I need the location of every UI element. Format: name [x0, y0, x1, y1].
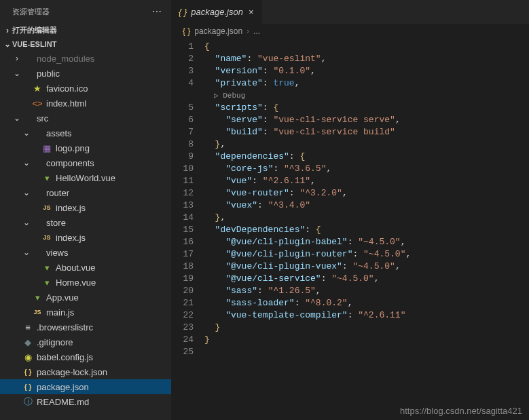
tree-item-favicon-ico[interactable]: ★favicon.ico — [0, 81, 171, 96]
vue-icon: ▾ — [31, 292, 43, 303]
code-line[interactable]: "vue-router": "^3.2.0", — [204, 187, 529, 199]
tree-item-assets[interactable]: ⌄assets — [0, 126, 171, 140]
chevron-down-icon: ⌄ — [22, 158, 31, 168]
line-number: 19 — [172, 273, 194, 285]
code-line[interactable]: } — [204, 322, 529, 334]
tree-item--browserslistrc[interactable]: ≡.browserslistrc — [0, 320, 171, 335]
tree-item-about-vue[interactable]: ▾About.vue — [0, 260, 171, 275]
html-icon: <> — [31, 98, 43, 109]
breadcrumb-file: package.json — [194, 26, 242, 36]
tree-item-label: babel.config.js — [37, 352, 93, 362]
codelens-debug[interactable]: ▷ Debug — [204, 90, 529, 102]
code-content[interactable]: { "name": "vue-eslint", "version": "0.1.… — [204, 39, 529, 420]
tree-item-store[interactable]: ⌄store — [0, 215, 171, 230]
tree-item-index-html[interactable]: <>index.html — [0, 96, 171, 111]
code-line[interactable]: "vue": "^2.6.11", — [204, 175, 529, 187]
code-line[interactable]: }, — [204, 212, 529, 224]
code-line[interactable]: "@vue/cli-plugin-babel": "~4.5.0", — [204, 236, 529, 248]
line-number: 12 — [172, 187, 194, 199]
code-line[interactable]: "build": "vue-cli-service build" — [204, 126, 529, 138]
tree-item-views[interactable]: ⌄views — [0, 245, 171, 260]
tree-item-app-vue[interactable]: ▾App.vue — [0, 290, 171, 305]
line-number: 24 — [172, 334, 194, 346]
line-number: 25 — [172, 346, 194, 358]
vue-icon: ▾ — [41, 173, 53, 183]
tree-item-readme-md[interactable]: ⓘREADME.md — [0, 394, 171, 409]
code-line[interactable] — [204, 346, 529, 358]
tree-item-label: index.js — [56, 233, 86, 243]
tree-item-public[interactable]: ⌄public — [0, 66, 171, 81]
code-line[interactable]: "dependencies": { — [204, 151, 529, 163]
chevron-down-icon: ⌄ — [12, 113, 22, 123]
code-line[interactable]: "devDependencies": { — [204, 224, 529, 236]
close-icon[interactable]: × — [247, 7, 255, 17]
code-line[interactable]: "@vue/cli-plugin-vuex": "~4.5.0", — [204, 261, 529, 273]
code-line[interactable]: "version": "0.1.0", — [204, 65, 529, 77]
list-icon: ≡ — [22, 322, 34, 332]
code-line[interactable]: "@vue/cli-service": "~4.5.0", — [204, 273, 529, 285]
code-line[interactable]: "vue-template-compiler": "^2.6.11" — [204, 309, 529, 322]
sidebar-more-icon[interactable]: ⋯ — [152, 6, 162, 17]
tree-item-index-js[interactable]: JSindex.js — [0, 230, 171, 245]
line-number: 20 — [172, 285, 194, 297]
star-icon: ★ — [31, 83, 43, 94]
explorer-sidebar: 资源管理器 ⋯ › 打开的编辑器 ⌄ VUE-ESLINT ›node_modu… — [0, 0, 172, 420]
tree-item-label: store — [46, 218, 66, 228]
tree-item-helloworld-vue[interactable]: ▾HelloWorld.vue — [0, 170, 171, 185]
open-editors-section[interactable]: › 打开的编辑器 — [0, 23, 171, 37]
tree-item-src[interactable]: ⌄src — [0, 111, 171, 126]
tree-item-home-vue[interactable]: ▾Home.vue — [0, 275, 171, 290]
watermark: https://blog.csdn.net/sagitta421 — [400, 406, 522, 416]
js-icon: JS — [41, 204, 53, 211]
line-number: 10 — [172, 163, 194, 175]
tree-item-label: public — [37, 69, 60, 79]
line-number: 3 — [172, 65, 194, 77]
code-line[interactable]: "name": "vue-eslint", — [204, 53, 529, 65]
open-editors-label: 打开的编辑器 — [12, 25, 57, 35]
code-line[interactable]: "serve": "vue-cli-service serve", — [204, 114, 529, 126]
breadcrumb[interactable]: { } package.json › ... — [172, 24, 529, 39]
tree-item-logo-png[interactable]: ▦logo.png — [0, 140, 171, 155]
code-line[interactable]: { — [204, 41, 529, 53]
tab-label: package.json — [191, 7, 243, 17]
line-number — [172, 90, 194, 102]
tree-item-node-modules[interactable]: ›node_modules — [0, 51, 171, 66]
code-line[interactable]: "core-js": "^3.6.5", — [204, 163, 529, 175]
code-line[interactable]: }, — [204, 138, 529, 151]
tree-item--gitignore[interactable]: ◆.gitignore — [0, 335, 171, 349]
vue-icon: ▾ — [41, 278, 53, 288]
line-gutter: 1234567891011121314151617181920212223242… — [172, 39, 204, 420]
code-line[interactable]: "private": true, — [204, 77, 529, 90]
code-line[interactable]: "vuex": "^3.4.0" — [204, 199, 529, 212]
code-line[interactable]: "scripts": { — [204, 102, 529, 114]
tab-package-json[interactable]: { } package.json × — [172, 0, 263, 24]
code-editor[interactable]: 1234567891011121314151617181920212223242… — [172, 39, 529, 420]
tree-item-label: index.js — [56, 203, 86, 213]
chevron-right-icon: › — [12, 54, 22, 63]
code-line[interactable]: "sass": "^1.26.5", — [204, 285, 529, 297]
tree-item-label: views — [46, 248, 69, 258]
vue-icon: ▾ — [41, 263, 53, 273]
tree-item-babel-config-js[interactable]: ◉babel.config.js — [0, 349, 171, 364]
tree-item-index-js[interactable]: JSindex.js — [0, 200, 171, 215]
code-line[interactable]: "@vue/cli-plugin-router": "~4.5.0", — [204, 248, 529, 261]
tree-item-package-json[interactable]: { }package.json — [0, 379, 171, 394]
code-line[interactable]: "sass-loader": "^8.0.2", — [204, 297, 529, 309]
line-number: 23 — [172, 322, 194, 334]
tree-item-main-js[interactable]: JSmain.js — [0, 305, 171, 320]
code-line[interactable]: } — [204, 334, 529, 346]
tree-item-label: .gitignore — [37, 337, 73, 347]
tree-item-label: node_modules — [37, 54, 94, 64]
line-number: 14 — [172, 212, 194, 224]
line-number: 21 — [172, 297, 194, 309]
tree-item-router[interactable]: ⌄router — [0, 185, 171, 200]
js-icon: JS — [31, 309, 43, 316]
chevron-right-icon: › — [247, 26, 249, 36]
tree-item-components[interactable]: ⌄components — [0, 155, 171, 170]
babel-icon: ◉ — [22, 352, 34, 362]
project-section[interactable]: ⌄ VUE-ESLINT — [0, 37, 171, 51]
tree-item-label: package.json — [37, 382, 89, 392]
json-icon: { } — [22, 368, 34, 376]
tree-item-package-lock-json[interactable]: { }package-lock.json — [0, 364, 171, 379]
img-icon: ▦ — [41, 143, 53, 153]
